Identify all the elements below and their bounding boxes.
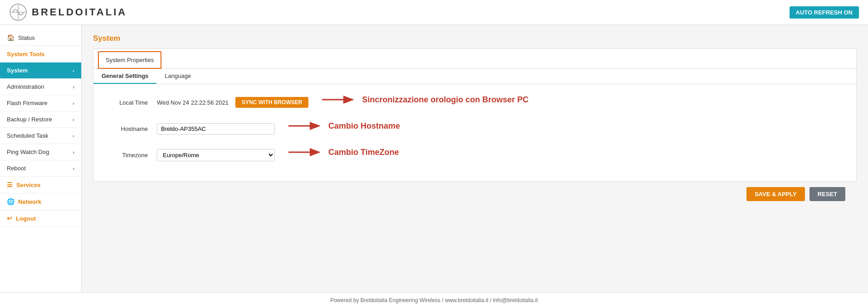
timezone-label: Timezone [107,152,157,159]
hostname-row: Hostname [107,120,843,138]
annotation-hostname: Cambio Hostname [288,120,843,138]
chevron-icon-administration: › [73,84,74,90]
chevron-icon-system: › [73,68,74,73]
sidebar-item-label-network: Network [18,198,41,205]
arrow-icon-1 [322,93,358,106]
chevron-icon-ping-watch-dog: › [73,149,74,155]
sidebar: 🏠 Status System Tools System › Administr… [0,25,82,292]
sidebar-item-status[interactable]: 🏠 Status [0,29,81,46]
bottom-bar: SAVE & APPLY RESET [93,182,857,207]
annotation-timezone-text: Cambio TimeZone [288,146,843,159]
logo-icon [9,3,27,21]
sidebar-item-ping-watch-dog[interactable]: Ping Watch Dog › [0,144,81,160]
sidebar-item-label-logout: Logout [16,215,36,222]
chevron-icon-backup-restore: › [73,117,74,122]
sidebar-item-label-ping-watch-dog: Ping Watch Dog [7,149,49,155]
timezone-select[interactable]: Europe/Rome [157,149,275,161]
hostname-input[interactable] [157,123,275,135]
local-time-label: Local Time [107,99,157,106]
sidebar-item-label-scheduled-task: Scheduled Task [7,132,49,139]
annotation-sync-label: Sincronizzazione orologio con Browser PC [362,95,528,105]
chevron-icon-flash-firmware: › [73,101,74,106]
sidebar-item-label-flash-firmware: Flash Firmware [7,100,48,106]
sidebar-item-label-system: System [7,67,28,74]
sidebar-item-backup-restore[interactable]: Backup / Restore › [0,111,81,128]
arrow-icon-3 [288,146,325,159]
tab-header: System Properties [93,49,856,69]
sidebar-item-system-tools: System Tools [0,46,81,63]
sidebar-item-scheduled-task[interactable]: Scheduled Task › [0,128,81,144]
timezone-row: Timezone Europe/Rome [107,146,843,164]
annotation-sync-text: Sincronizzazione orologio con Browser PC [322,93,843,106]
footer: Powered by Breldoitalia Engineering Wire… [0,292,868,308]
annotation-timezone: Cambio TimeZone [288,146,843,164]
inner-tab-general-settings[interactable]: General Settings [93,69,156,84]
page-title: System [93,34,857,43]
menu-icon: ☰ [7,181,13,188]
sidebar-item-system[interactable]: System › [0,63,81,79]
inner-tabs: General Settings Language [93,69,856,84]
sidebar-item-services[interactable]: ☰ Services [0,177,81,193]
sync-with-browser-button[interactable]: SYNC WITH BROWSER [235,97,308,108]
form-area: Local Time Wed Nov 24 22:22:56 2021 SYNC… [93,84,856,181]
chevron-icon-scheduled-task: › [73,133,74,139]
hostname-label: Hostname [107,125,157,132]
tab-container: System Properties General Settings Langu… [93,48,857,182]
sidebar-item-label-status: Status [18,34,35,41]
sidebar-item-administration[interactable]: Administration › [0,79,81,95]
sidebar-item-network[interactable]: 🌐 Network [0,193,81,210]
logo-area: BRELDOITALIA [9,3,127,21]
content-area: System System Properties General Setting… [82,25,868,292]
arrow-icon-2 [288,120,325,132]
sidebar-item-reboot[interactable]: Reboot › [0,160,81,177]
annotation-hostname-text: Cambio Hostname [288,120,843,132]
local-time-value: Wed Nov 24 22:22:56 2021 [157,99,229,106]
network-icon: 🌐 [7,198,15,205]
annotation-sync: Sincronizzazione orologio con Browser PC [322,93,843,111]
header: BRELDOITALIA AUTO REFRESH ON [0,0,868,25]
sidebar-item-flash-firmware[interactable]: Flash Firmware › [0,95,81,111]
sidebar-item-label-backup-restore: Backup / Restore [7,116,52,123]
chevron-icon-reboot: › [73,166,74,171]
logo-text: BRELDOITALIA [32,6,127,18]
main-layout: 🏠 Status System Tools System › Administr… [0,25,868,292]
sidebar-item-label-system-tools: System Tools [7,51,45,58]
auto-refresh-button[interactable]: AUTO REFRESH ON [790,6,859,19]
tab-system-properties[interactable]: System Properties [98,51,161,69]
sidebar-item-label-reboot: Reboot [7,165,26,172]
annotation-timezone-label: Cambio TimeZone [328,148,399,157]
footer-text: Powered by Breldoitalia Engineering Wire… [330,297,538,303]
inner-tab-language[interactable]: Language [156,69,199,84]
logout-icon: ↩ [7,215,12,222]
annotation-hostname-label: Cambio Hostname [328,121,400,131]
sidebar-item-logout[interactable]: ↩ Logout [0,210,81,227]
save-apply-button[interactable]: SAVE & APPLY [746,187,805,201]
local-time-row: Local Time Wed Nov 24 22:22:56 2021 SYNC… [107,93,843,111]
sidebar-item-label-services: Services [16,182,41,188]
home-icon: 🏠 [7,34,15,41]
reset-button[interactable]: RESET [809,187,845,201]
sidebar-item-label-administration: Administration [7,83,44,90]
